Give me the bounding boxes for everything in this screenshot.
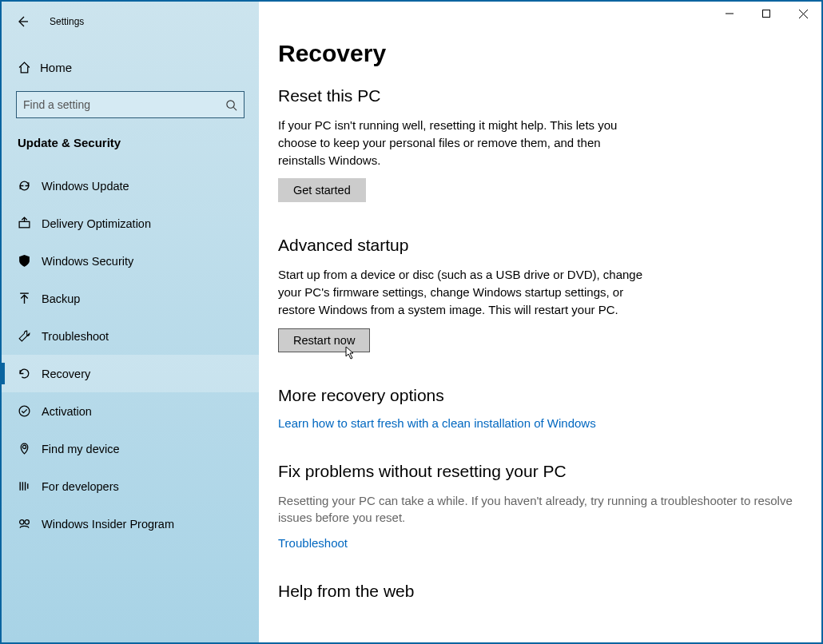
svg-point-4 — [20, 520, 24, 524]
help-from-web-title: Help from the web — [278, 582, 799, 601]
home-icon — [18, 61, 40, 74]
nav-item-delivery-optimization[interactable]: Delivery Optimization — [2, 205, 259, 242]
wrench-icon — [18, 329, 42, 343]
check-circle-icon — [18, 404, 42, 418]
svg-point-0 — [227, 100, 234, 107]
svg-point-2 — [19, 406, 30, 416]
reset-pc-title: Reset this PC — [278, 86, 799, 105]
home-nav[interactable]: Home — [2, 51, 259, 83]
sidebar: Settings Home Update & Security Windows … — [2, 2, 259, 642]
delivery-icon — [18, 217, 42, 230]
window-controls — [711, 2, 821, 26]
troubleshoot-link[interactable]: Troubleshoot — [278, 536, 348, 550]
titlebar: Settings — [2, 10, 259, 34]
app-title: Settings — [50, 16, 84, 27]
maximize-button[interactable] — [748, 2, 785, 26]
svg-rect-1 — [19, 221, 30, 227]
main-content: Recovery Reset this PC If your PC isn't … — [259, 2, 821, 642]
shield-icon — [18, 254, 42, 268]
more-options-title: More recovery options — [278, 386, 799, 405]
svg-point-5 — [25, 520, 29, 524]
developer-icon — [18, 479, 42, 493]
nav-list: Windows Update Delivery Optimization Win… — [2, 167, 259, 543]
advanced-startup-desc: Start up from a device or disc (such as … — [278, 266, 646, 318]
minimize-button[interactable] — [711, 2, 748, 26]
nav-label: Troubleshoot — [42, 330, 109, 343]
nav-label: Windows Security — [42, 255, 133, 268]
nav-label: For developers — [42, 480, 119, 493]
learn-fresh-install-link[interactable]: Learn how to start fresh with a clean in… — [278, 416, 596, 430]
fix-problems-title: Fix problems without resetting your PC — [278, 462, 799, 481]
back-button[interactable] — [16, 15, 29, 28]
nav-item-for-developers[interactable]: For developers — [2, 467, 259, 505]
nav-label: Recovery — [42, 368, 90, 380]
location-icon — [18, 442, 42, 455]
search-icon — [225, 99, 237, 111]
nav-label: Backup — [42, 292, 80, 305]
nav-label: Windows Insider Program — [42, 518, 174, 531]
advanced-startup-title: Advanced startup — [278, 236, 799, 255]
get-started-button[interactable]: Get started — [278, 178, 366, 202]
search-box[interactable] — [16, 91, 245, 118]
sync-icon — [18, 179, 42, 193]
page-title: Recovery — [278, 40, 799, 67]
restart-now-button[interactable]: Restart now — [278, 328, 370, 352]
nav-item-windows-update[interactable]: Windows Update — [2, 167, 259, 205]
nav-item-find-my-device[interactable]: Find my device — [2, 430, 259, 467]
nav-item-troubleshoot[interactable]: Troubleshoot — [2, 317, 259, 355]
nav-label: Delivery Optimization — [42, 217, 151, 230]
recovery-icon — [18, 367, 42, 380]
reset-pc-desc: If your PC isn't running well, resetting… — [278, 117, 646, 169]
nav-label: Windows Update — [42, 180, 129, 193]
svg-rect-6 — [763, 10, 770, 18]
backup-icon — [18, 292, 42, 305]
section-title: Update & Security — [2, 118, 259, 157]
svg-point-3 — [22, 445, 26, 448]
nav-item-backup[interactable]: Backup — [2, 280, 259, 317]
nav-label: Activation — [42, 405, 92, 418]
search-input[interactable] — [23, 98, 225, 111]
fix-problems-desc: Resetting your PC can take a while. If y… — [278, 492, 799, 527]
nav-item-insider-program[interactable]: Windows Insider Program — [2, 505, 259, 543]
home-label: Home — [40, 61, 72, 74]
nav-item-activation[interactable]: Activation — [2, 392, 259, 430]
nav-item-recovery[interactable]: Recovery — [2, 355, 259, 392]
nav-item-windows-security[interactable]: Windows Security — [2, 242, 259, 280]
close-button[interactable] — [785, 2, 821, 26]
nav-label: Find my device — [42, 443, 120, 455]
insider-icon — [18, 517, 42, 531]
